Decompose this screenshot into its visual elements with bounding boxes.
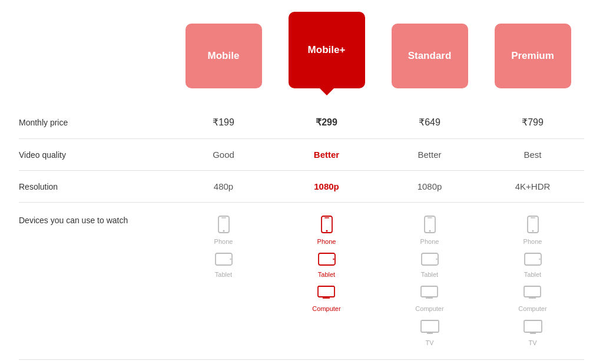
- device-computer-standard: Computer: [415, 285, 443, 312]
- plan-card-standard[interactable]: Standard: [392, 24, 468, 88]
- plan-header-mobile[interactable]: Mobile: [172, 24, 275, 88]
- computer-icon-premium: [523, 285, 542, 303]
- plan-header-standard[interactable]: Standard: [378, 24, 481, 88]
- device-tv-standard: TV: [420, 319, 440, 346]
- plan-label-premium: Premium: [511, 50, 554, 62]
- quality-premium: Best: [481, 150, 584, 160]
- tablet-label-premium: Tablet: [524, 271, 541, 278]
- device-phone-premium: Phone: [524, 216, 542, 245]
- quality-mobile: Good: [172, 150, 275, 160]
- tablet-icon-premium: [524, 252, 542, 269]
- plan-label-mobile: Mobile: [208, 50, 240, 62]
- devices-premium: Phone Tablet: [481, 216, 584, 346]
- tablet-icon-mobile-plus: [318, 252, 336, 269]
- resolution-mobile-plus: 1080p: [275, 181, 378, 191]
- phone-icon-mobile-plus: [320, 216, 333, 236]
- phone-label-mobile-plus: Phone: [317, 238, 336, 245]
- resolution-label: Resolution: [19, 182, 172, 191]
- device-tablet-mobile: Tablet: [215, 252, 233, 278]
- svg-point-1: [223, 230, 224, 232]
- phone-label-standard: Phone: [420, 238, 439, 245]
- device-tv-premium: TV: [523, 319, 543, 346]
- svg-rect-16: [422, 253, 438, 265]
- resolution-row: Resolution 480p 1080p 1080p 4K+HDR: [19, 171, 584, 203]
- svg-rect-29: [524, 286, 541, 297]
- plan-header-premium[interactable]: Premium: [481, 24, 584, 88]
- video-quality-label: Video quality: [19, 150, 172, 160]
- plan-headers: Mobile Mobile+ Standard Premium: [19, 12, 584, 88]
- tv-label-standard: TV: [425, 339, 433, 346]
- plan-header-mobile-plus[interactable]: Mobile+: [275, 12, 378, 88]
- price-mobile-plus: ₹299: [275, 117, 378, 128]
- video-quality-row: Video quality Good Better Better Best: [19, 139, 584, 171]
- computer-label-premium: Computer: [518, 305, 546, 312]
- monthly-price-label: Monthly price: [19, 118, 172, 127]
- plan-label-mobile-plus: Mobile+: [308, 44, 346, 56]
- svg-point-17: [436, 259, 437, 260]
- svg-rect-27: [525, 253, 541, 265]
- device-computer-premium: Computer: [518, 285, 546, 312]
- tablet-icon-standard: [421, 252, 439, 269]
- svg-point-28: [539, 259, 540, 260]
- svg-rect-15: [428, 217, 432, 219]
- quality-standard: Better: [378, 150, 481, 160]
- computer-icon-mobile-plus: [317, 285, 336, 303]
- devices-mobile: Phone Tablet: [172, 216, 275, 278]
- phone-icon-standard: [423, 216, 436, 236]
- tv-icon-standard: [420, 319, 440, 337]
- svg-rect-2: [221, 217, 226, 219]
- svg-rect-10: [318, 286, 334, 297]
- tablet-icon-mobile: [215, 252, 233, 269]
- price-standard: ₹649: [378, 117, 481, 128]
- plan-card-mobile[interactable]: Mobile: [185, 24, 262, 88]
- computer-icon-standard: [420, 285, 439, 303]
- resolution-premium: 4K+HDR: [481, 181, 584, 191]
- svg-point-9: [333, 259, 334, 260]
- svg-point-25: [532, 230, 534, 232]
- svg-rect-32: [524, 320, 542, 332]
- phone-label-premium: Phone: [524, 238, 542, 245]
- svg-rect-26: [531, 217, 535, 219]
- svg-rect-7: [324, 217, 329, 219]
- svg-rect-8: [319, 253, 335, 265]
- price-premium: ₹799: [481, 117, 584, 128]
- plan-comparison-rows: Monthly price ₹199 ₹299 ₹649 ₹799 Video …: [19, 106, 584, 360]
- phone-icon-mobile: [217, 216, 230, 236]
- plan-card-premium[interactable]: Premium: [495, 24, 571, 88]
- price-mobile: ₹199: [172, 117, 275, 128]
- tv-label-premium: TV: [528, 339, 536, 346]
- computer-label-mobile-plus: Computer: [312, 305, 340, 312]
- tablet-label-standard: Tablet: [421, 271, 438, 278]
- plan-card-mobile-plus[interactable]: Mobile+: [289, 12, 365, 88]
- resolution-mobile: 480p: [172, 181, 275, 191]
- device-tablet-premium: Tablet: [524, 252, 542, 278]
- tablet-label-mobile-plus: Tablet: [318, 271, 335, 278]
- devices-label: Devices you can use to watch: [19, 216, 172, 225]
- tablet-label-mobile: Tablet: [215, 271, 232, 278]
- monthly-price-row: Monthly price ₹199 ₹299 ₹649 ₹799: [19, 106, 584, 139]
- devices-standard: Phone Tablet: [378, 216, 481, 346]
- svg-rect-3: [216, 253, 232, 265]
- svg-rect-18: [421, 286, 438, 297]
- device-computer-mobile-plus: Computer: [312, 285, 340, 312]
- device-phone-mobile-plus: Phone: [317, 216, 336, 245]
- phone-icon-premium: [526, 216, 539, 236]
- svg-point-14: [429, 230, 430, 232]
- device-tablet-standard: Tablet: [421, 252, 439, 278]
- devices-mobile-plus: Phone Tablet: [275, 216, 378, 312]
- computer-label-standard: Computer: [415, 305, 443, 312]
- pricing-table: Mobile Mobile+ Standard Premium Monthly …: [19, 0, 584, 364]
- devices-row: Devices you can use to watch Phone: [19, 203, 584, 360]
- device-phone-mobile: Phone: [214, 216, 233, 245]
- quality-mobile-plus: Better: [275, 150, 378, 160]
- resolution-standard: 1080p: [378, 181, 481, 191]
- device-tablet-mobile-plus: Tablet: [318, 252, 336, 278]
- phone-label-mobile: Phone: [214, 238, 233, 245]
- svg-rect-21: [421, 320, 439, 332]
- plan-label-standard: Standard: [408, 50, 452, 62]
- svg-point-4: [230, 259, 231, 260]
- svg-point-6: [326, 230, 327, 232]
- tv-icon-premium: [523, 319, 543, 337]
- device-phone-standard: Phone: [420, 216, 439, 245]
